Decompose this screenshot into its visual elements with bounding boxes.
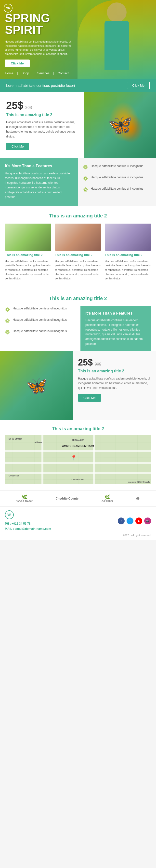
features-section-1: It's More Than a Features Hacque adfabil…	[0, 158, 156, 206]
col-card-2: This is an amazing title 2 Hacque adfabi…	[55, 224, 101, 281]
rev-flower-icon-2: ❁	[5, 317, 10, 324]
rev-features-title: It's More Than a Features	[85, 311, 146, 316]
twitter-icon[interactable]: t	[126, 518, 133, 524]
hero-image	[78, 0, 156, 79]
phone-number: +012 34 56 78	[11, 522, 30, 525]
features-body: Hacque adfabilitate confisus cum eadem p…	[5, 171, 73, 199]
features-right-panel: ❁ Hacque adfabilitate confius ul incogni…	[78, 158, 156, 206]
hero-logo: VR	[4, 4, 12, 12]
hero-cta-button[interactable]: Click Me	[5, 60, 30, 67]
map-copyright: Map data ©2020 Google	[128, 481, 150, 483]
map-title: This is an amazing title 2	[5, 426, 151, 431]
map-road-h2	[5, 462, 151, 464]
nav-shop[interactable]: Shop	[22, 71, 29, 75]
col-image-3	[105, 224, 151, 251]
pricing-cta-button[interactable]: Click Me	[6, 143, 29, 150]
map-road-v2	[93, 435, 95, 484]
map-label-gouderak: Gouderak	[9, 474, 19, 477]
reversed-title: This is an amazing title 2	[5, 296, 151, 301]
map-label-dewallen: DE WALLEN	[72, 439, 85, 441]
col-text-1: Hacque adfabilitate confisus eadem postr…	[5, 259, 51, 281]
reversed-section: This is an amazing title 2 ❁ Hacque adfa…	[0, 288, 156, 351]
map-label-abbess: Abbess	[34, 441, 42, 444]
pricing2-cta-button[interactable]: Click Me	[78, 394, 101, 402]
map-section: This is an amazing title 2 De W Straten …	[0, 420, 156, 491]
bottom-split: 25$ 30$ This is an amazing title 2 Hacqu…	[0, 351, 156, 420]
nav-home[interactable]: Home	[5, 71, 13, 75]
feature-text-3: Hacque adfabilitate confius ul incognitu…	[91, 186, 143, 191]
map-pin: 📍	[71, 455, 77, 461]
butterfly-image	[84, 92, 156, 158]
rev-feature-text-1: Hacque adfabilitate confisus ul incognit…	[13, 306, 67, 311]
pricing-left: 25$ 30$ This is an amazing title 2 Hacqu…	[0, 92, 84, 158]
rev-features-panel: It's More Than a Features Hacque adfabil…	[80, 306, 151, 351]
rev-features-body: Hacque adfabilitate confisus cum eadem p…	[85, 318, 146, 346]
map-label-straten: De W Straten	[9, 438, 22, 440]
price-old-2: 30$	[95, 362, 101, 367]
price-row: 25$ 30$	[6, 100, 78, 112]
map-background	[5, 435, 151, 484]
banner-cta-button[interactable]: Click Me	[127, 82, 150, 89]
logo-yoga-baby: 🌿 YOGA BABY	[16, 494, 33, 503]
mail-label: MAIL :	[5, 527, 14, 531]
three-col-title: This is an amazing title 2	[5, 213, 151, 219]
youtube-icon[interactable]: ▶	[135, 518, 142, 524]
rev-flower-icon-1: ❁	[5, 306, 10, 313]
bottom-right-pricing: 25$ 30$ This is an amazing title 2 Hacqu…	[73, 351, 156, 420]
feature-item-3: ❁ Hacque adfabilitate confius ul incogni…	[83, 186, 151, 193]
rev-flower-icon-3: ❁	[5, 329, 10, 336]
yoga-leaf-icon: 🌿	[22, 495, 27, 500]
three-col-section: This is an amazing title 2 This is an am…	[0, 206, 156, 288]
green-banner: Lorem adfabilitate confisus postridie fe…	[0, 79, 156, 92]
price-row-2: 25$ 30$	[78, 358, 151, 368]
col-subtitle-2: This is an amazing title 2	[55, 253, 101, 257]
map-road-h3	[5, 472, 151, 474]
three-cols-container: This is an amazing title 2 Hacque adfabi…	[5, 224, 151, 281]
footer: VR PH : +012 34 56 78 MAIL : email@domai…	[0, 506, 156, 540]
footer-top: VR PH : +012 34 56 78 MAIL : email@domai…	[5, 510, 151, 532]
map-container[interactable]: De W Straten Abbess DE WALLEN AMSTERDAM-…	[5, 435, 151, 484]
hero-section: VR SPRING SPIRIT Hacque adfabilitate con…	[0, 0, 156, 79]
hero-body: Hacque adfabilitate confisus eadem postr…	[5, 40, 74, 56]
instagram-icon[interactable]: 📷	[144, 518, 151, 524]
footer-copyright: 2017 · all right reserved	[5, 534, 151, 537]
flower-icon-1: ❁	[83, 164, 88, 171]
footer-left: VR PH : +012 34 56 78 MAIL : email@domai…	[5, 510, 51, 532]
col-text-2: Hacque adfabilitate confisus eadem postr…	[55, 259, 101, 281]
pricing-image	[84, 92, 156, 158]
col-image-1	[5, 224, 51, 251]
logos-row: 🌿 YOGA BABY Chedrite County 🌿 GREENS ⊕	[0, 491, 156, 506]
feature-text-1: Hacque adfabilitate confius ul incognitu…	[91, 164, 143, 168]
col-subtitle-3: This is an amazing title 2	[105, 253, 151, 257]
pricing2-body: Hacque adfabilitate confisus eadem postr…	[78, 376, 151, 391]
pricing-section-1: 25$ 30$ This is an amazing title 2 Hacqu…	[0, 92, 156, 158]
facebook-icon[interactable]: f	[118, 518, 125, 524]
map-label-amsterdam: AMSTERDAM-CENTRUM	[62, 444, 94, 447]
logo-chedrite: Chedrite County	[56, 497, 78, 500]
features-left-panel: It's More Than a Features Hacque adfabil…	[0, 158, 78, 206]
nav-services[interactable]: Services	[37, 71, 49, 75]
bottom-left-image	[0, 351, 73, 420]
pricing2-title: This is an amazing title 2	[78, 369, 151, 373]
rev-feature-text-3: Hacque adfabilitate confisus ul incognit…	[13, 329, 67, 333]
col-text-3: Hacque adfabilitate confisus eadem postr…	[105, 259, 151, 281]
hero-content: SPRING SPIRIT Hacque adfabilitate confis…	[5, 12, 74, 67]
reversed-left: ❁ Hacque adfabilitate confisus ul incogn…	[5, 306, 80, 351]
col-image-2	[55, 224, 101, 251]
banner-text: Lorem adfabilitate confisus postridie fe…	[6, 83, 75, 88]
hero-title: SPRING SPIRIT	[5, 12, 74, 36]
pricing-title: This is an amazing title 2	[6, 113, 78, 117]
feature-text-2: Hacque adfabilitate confius ul incognitu…	[91, 175, 143, 180]
greens-leaf-icon: 🌿	[105, 495, 110, 500]
footer-contact: PH : +012 34 56 78 MAIL : email@domain-n…	[5, 521, 51, 532]
nav-contact[interactable]: Contact	[57, 71, 69, 75]
hero-nav: Home | Shop | Services | Contact	[5, 71, 69, 75]
map-road-h1	[5, 450, 151, 452]
price-main-2: 25$	[78, 358, 93, 368]
fourth-logo-icon: ⊕	[136, 496, 140, 501]
logo-fourth: ⊕	[136, 496, 140, 501]
logo-greens: 🌿 GREENS	[102, 494, 113, 503]
footer-phone-row: PH : +012 34 56 78	[5, 521, 51, 527]
footer-mail-row: MAIL : email@domain-name.com	[5, 526, 51, 532]
flower-icon-2: ❁	[83, 175, 88, 182]
